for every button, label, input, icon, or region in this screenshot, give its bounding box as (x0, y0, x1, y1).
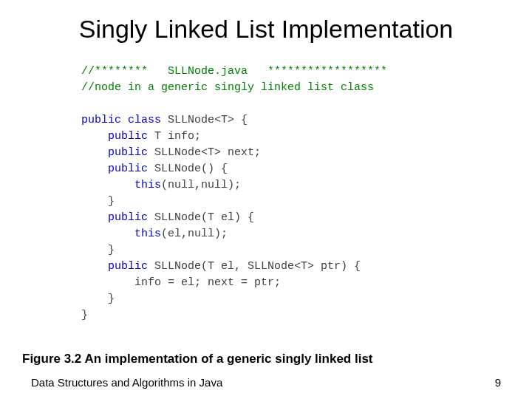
code-text: SLLNode<T> next; (148, 146, 261, 159)
slide-title: Singly Linked List Implementation (0, 15, 532, 44)
footer-source: Data Structures and Algorithms in Java (31, 376, 222, 389)
code-kw: public (81, 211, 148, 224)
code-text: T info; (148, 130, 201, 143)
code-text: (el,null); (161, 228, 228, 240)
code-text: SLLNode() { (148, 163, 228, 175)
code-text: info = el; next = ptr; (81, 276, 281, 289)
figure-caption: Figure 3.2 An implementation of a generi… (22, 352, 373, 366)
code-text: SLLNode(T el, SLLNode<T> ptr) { (148, 260, 361, 273)
code-comment-1: //******** SLLNode.java ****************… (81, 65, 387, 78)
page-number: 9 (495, 376, 501, 389)
code-text: } (81, 244, 115, 256)
code-kw: public (81, 260, 148, 273)
code-text: SLLNode(T el) { (148, 211, 254, 224)
code-kw: public (81, 146, 148, 159)
code-text: SLLNode<T> { (161, 114, 248, 126)
code-kw: public class (81, 114, 161, 126)
code-kw: this (81, 228, 161, 240)
code-kw: this (81, 179, 161, 191)
code-text: } (81, 195, 115, 208)
code-kw: public (81, 130, 148, 143)
code-kw: public (81, 163, 148, 175)
code-text: } (81, 309, 88, 321)
code-text: } (81, 293, 115, 305)
slide: Singly Linked List Implementation //****… (0, 0, 532, 399)
code-text: (null,null); (161, 179, 241, 191)
code-block: //******** SLLNode.java ****************… (81, 64, 387, 324)
code-comment-2: //node in a generic singly linked list c… (81, 81, 374, 94)
